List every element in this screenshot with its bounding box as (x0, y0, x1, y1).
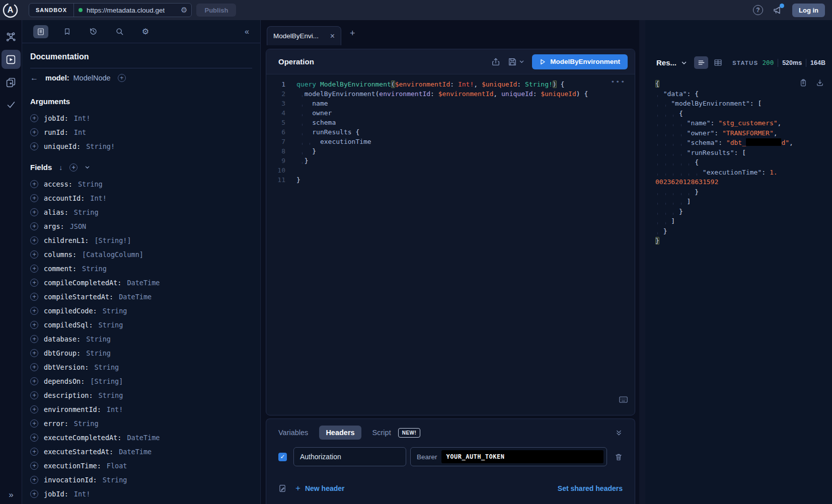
field-row[interactable]: +access:String (30, 177, 252, 191)
field-row[interactable]: +dbtVersion:String (30, 360, 252, 374)
add-to-query-icon[interactable]: + (30, 128, 38, 136)
field-row[interactable]: +childrenL1:[String!] (30, 233, 252, 247)
add-to-query-icon[interactable]: + (30, 321, 38, 329)
back-icon[interactable]: ← (30, 73, 38, 82)
docs-settings-icon[interactable]: ⚙ (138, 25, 153, 38)
schema-nav-icon[interactable] (2, 27, 21, 46)
save-operation-icon[interactable] (508, 57, 517, 66)
new-tab-icon[interactable]: + (350, 28, 355, 39)
argument-row[interactable]: +runId:Int (30, 125, 252, 139)
new-header-button[interactable]: + New header (295, 483, 345, 493)
add-to-query-icon[interactable]: + (30, 250, 38, 259)
help-icon[interactable]: ? (753, 5, 763, 15)
add-to-query-icon[interactable]: + (30, 194, 38, 202)
login-button[interactable]: Log in (792, 4, 825, 17)
field-row[interactable]: +dependsOn:[String] (30, 374, 252, 388)
close-tab-icon[interactable]: × (330, 32, 335, 41)
field-row[interactable]: +environmentId:Int! (30, 402, 252, 416)
apollo-logo-icon[interactable]: A (2, 2, 19, 19)
tab-script[interactable]: Script (372, 429, 391, 437)
argument-row[interactable]: +uniqueId:String! (30, 139, 252, 153)
field-row[interactable]: +columns:[CatalogColumn] (30, 247, 252, 262)
add-to-query-icon[interactable]: + (30, 180, 38, 188)
add-to-query-icon[interactable]: + (30, 279, 38, 287)
add-to-query-icon[interactable]: + (30, 307, 38, 315)
add-to-query-icon[interactable]: + (30, 363, 38, 371)
expand-rail-icon[interactable]: » (0, 490, 22, 500)
run-operation-button[interactable]: ModelByEnvironment (532, 54, 628, 69)
header-enabled-checkbox[interactable]: ✓ (278, 453, 287, 461)
field-row[interactable]: +accountId:Int! (30, 191, 252, 205)
fields-options-chevron-icon[interactable] (85, 164, 90, 170)
add-to-query-icon[interactable]: + (30, 349, 38, 357)
header-presets-icon[interactable] (278, 484, 287, 493)
operation-collections-nav-icon[interactable] (2, 72, 21, 92)
add-to-query-icon[interactable]: + (30, 208, 38, 216)
add-to-query-icon[interactable]: + (30, 114, 38, 122)
field-row[interactable]: +executeStartedAt:DateTime (30, 445, 252, 459)
sort-fields-icon[interactable]: ↓ (59, 163, 62, 172)
tab-headers[interactable]: Headers (319, 426, 361, 440)
history-tab-icon[interactable] (86, 25, 101, 38)
publish-button[interactable]: Publish (196, 4, 236, 17)
search-tab-icon[interactable] (112, 25, 127, 38)
field-row[interactable]: +alias:String (30, 205, 252, 219)
collapse-docs-icon[interactable]: « (245, 27, 249, 36)
add-all-fields-icon[interactable]: + (69, 163, 78, 172)
copy-response-icon[interactable] (799, 78, 807, 87)
bookmarks-tab-icon[interactable] (59, 25, 74, 38)
set-shared-headers-link[interactable]: Set shared headers (558, 484, 623, 492)
field-row[interactable]: +dbtGroup:String (30, 346, 252, 360)
add-to-query-icon[interactable]: + (30, 265, 38, 273)
download-response-icon[interactable] (816, 78, 824, 87)
breadcrumb-type[interactable]: ModelNode (73, 74, 111, 82)
field-row[interactable]: +comment:String (30, 262, 252, 276)
field-row[interactable]: +description:String (30, 388, 252, 402)
add-to-query-icon[interactable]: + (30, 434, 38, 442)
add-to-query-icon[interactable]: + (30, 405, 38, 413)
response-title[interactable]: Res... (656, 58, 676, 67)
field-row[interactable]: +compiledCode:String (30, 304, 252, 318)
explorer-nav-icon[interactable] (2, 50, 21, 69)
field-row[interactable]: +compiledSql:String (30, 318, 252, 332)
field-row[interactable]: +compileStartedAt:DateTime (30, 290, 252, 304)
response-body[interactable]: {"data": {"modelByEnvironment": [{"name"… (645, 75, 832, 504)
field-row[interactable]: +executionTime:Float (30, 459, 252, 473)
add-to-query-icon[interactable]: + (30, 236, 38, 244)
add-to-query-icon[interactable]: + (30, 222, 38, 230)
add-model-to-query-icon[interactable]: + (118, 74, 126, 82)
add-to-query-icon[interactable]: + (30, 391, 38, 399)
announcements-icon[interactable] (773, 5, 783, 15)
keyboard-shortcuts-icon[interactable] (619, 396, 628, 403)
endpoint-url-input[interactable]: https://metadata.cloud.get (74, 7, 181, 14)
connection-settings-icon[interactable]: ⚙ (181, 6, 191, 15)
field-row[interactable]: +invocationId:String (30, 473, 252, 487)
add-to-query-icon[interactable]: + (30, 490, 38, 498)
field-row[interactable]: +jobId:Int! (30, 487, 252, 501)
field-row[interactable]: +database:String (30, 332, 252, 346)
add-to-query-icon[interactable]: + (30, 462, 38, 470)
panel-resizer[interactable] (639, 20, 645, 504)
share-operation-icon[interactable] (491, 57, 500, 66)
documentation-tab-icon[interactable] (33, 25, 48, 38)
save-options-chevron-icon[interactable] (519, 59, 524, 64)
query-editor[interactable]: ••• 1query ModelByEnvironment($environme… (266, 74, 635, 415)
add-to-query-icon[interactable]: + (30, 448, 38, 456)
add-to-query-icon[interactable]: + (30, 377, 38, 385)
delete-header-icon[interactable] (615, 453, 623, 461)
editor-more-menu-icon[interactable]: ••• (611, 77, 626, 87)
add-to-query-icon[interactable]: + (30, 293, 38, 301)
field-row[interactable]: +error:String (30, 416, 252, 431)
json-view-toggle-icon[interactable] (694, 56, 708, 69)
table-view-toggle-icon[interactable] (714, 58, 722, 67)
field-row[interactable]: +args:JSON (30, 219, 252, 233)
add-to-query-icon[interactable]: + (30, 142, 38, 150)
field-row[interactable]: +compileCompletedAt:DateTime (30, 276, 252, 290)
operation-tab[interactable]: ModelByEnvi... × (267, 26, 341, 45)
response-dropdown-chevron-icon[interactable] (681, 60, 687, 66)
add-to-query-icon[interactable]: + (30, 335, 38, 343)
tab-variables[interactable]: Variables (278, 429, 308, 437)
checks-nav-icon[interactable] (2, 95, 21, 114)
field-row[interactable]: +executeCompletedAt:DateTime (30, 431, 252, 445)
argument-row[interactable]: +jobId:Int! (30, 111, 252, 125)
